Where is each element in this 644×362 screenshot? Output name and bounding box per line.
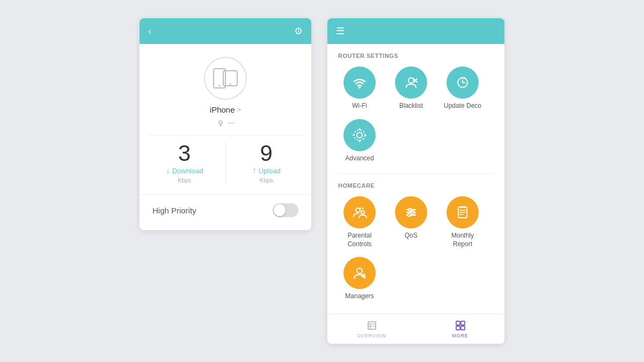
speed-divider <box>225 142 226 183</box>
report-icon <box>455 204 471 220</box>
monthly-report-label: Monthly Report <box>441 232 484 248</box>
device-name: iPhone <box>210 105 235 114</box>
svg-rect-35 <box>368 322 376 329</box>
device-name-row[interactable]: iPhone > <box>210 105 241 114</box>
svg-rect-30 <box>463 206 465 208</box>
more-nav-label: MORE <box>452 333 468 338</box>
update-deco-icon-circle <box>447 67 479 99</box>
svg-rect-40 <box>461 321 465 325</box>
blacklist-label: Blacklist <box>399 102 423 110</box>
homecare-section-title: HOMECARE <box>327 174 504 194</box>
left-panel: ‹ ⚙ iPhone > <box>140 18 311 230</box>
qos-label: QoS <box>405 232 418 240</box>
svg-rect-42 <box>461 326 465 330</box>
settings-icon[interactable]: ⚙ <box>294 25 303 37</box>
overview-nav-label: OVERVIEW <box>357 333 386 338</box>
app-container: ‹ ⚙ iPhone > <box>140 18 504 344</box>
svg-point-6 <box>358 86 361 88</box>
advanced-icon <box>352 127 368 143</box>
svg-point-1 <box>219 85 221 87</box>
svg-point-12 <box>354 130 365 141</box>
svg-point-23 <box>412 211 414 214</box>
managers-label: Managers <box>345 292 374 301</box>
upload-label-row: ↑ Upload <box>252 166 281 175</box>
priority-label: High Priority <box>152 206 196 215</box>
bottom-nav: OVERVIEW MORE <box>327 314 504 344</box>
upload-value: 9 <box>260 142 273 165</box>
overview-nav-icon <box>366 320 378 331</box>
priority-section: High Priority <box>140 194 311 230</box>
more-nav-item[interactable]: MORE <box>416 314 504 344</box>
managers-item[interactable]: Managers <box>336 255 383 303</box>
update-icon <box>455 75 471 91</box>
download-arrow-icon: ↓ <box>166 166 170 175</box>
download-unit: Kbps <box>178 177 191 183</box>
speed-section: 3 ↓ Download Kbps 9 ↑ Upload Kbps <box>148 135 303 194</box>
hamburger-icon[interactable]: ☰ <box>336 25 345 37</box>
advanced-item[interactable]: Advanced <box>336 117 383 165</box>
parental-icon-circle <box>343 196 376 228</box>
right-panel: ☰ ROUTER SETTINGS Wi-Fi <box>327 18 504 344</box>
qos-icon <box>403 204 419 220</box>
svg-point-24 <box>408 214 411 217</box>
blacklist-icon-circle <box>395 67 427 99</box>
wifi-icon <box>352 75 368 91</box>
svg-point-11 <box>357 132 362 138</box>
managers-icon-circle <box>343 257 376 289</box>
device-id-row: --- <box>217 119 235 127</box>
blacklist-item[interactable]: Blacklist <box>387 64 435 113</box>
advanced-label: Advanced <box>345 154 374 163</box>
qos-item[interactable]: QoS <box>387 194 435 250</box>
router-icon-grid: Wi-Fi Blacklist <box>327 64 504 171</box>
blacklist-icon <box>403 75 419 91</box>
report-icon-circle <box>447 196 479 228</box>
device-section: iPhone > --- <box>140 44 311 135</box>
parental-icon <box>352 204 368 220</box>
advanced-icon-circle <box>343 119 376 151</box>
managers-icon <box>352 265 368 281</box>
device-icon <box>211 67 239 90</box>
svg-point-17 <box>356 208 360 212</box>
device-avatar <box>204 57 247 100</box>
overview-nav-item[interactable]: OVERVIEW <box>327 314 416 344</box>
priority-toggle[interactable] <box>273 203 298 217</box>
parental-controls-label: Parental Controls <box>338 232 381 248</box>
download-block: 3 ↓ Download Kbps <box>148 142 221 183</box>
left-header: ‹ ⚙ <box>140 18 311 44</box>
download-label: Download <box>172 167 203 175</box>
svg-rect-39 <box>456 321 460 325</box>
wifi-icon-circle <box>343 67 376 99</box>
download-label-row: ↓ Download <box>166 166 203 175</box>
svg-point-22 <box>409 209 412 211</box>
wifi-label: Wi-Fi <box>352 102 367 110</box>
qos-icon-circle <box>395 196 427 228</box>
monthly-report-item[interactable]: Monthly Report <box>439 194 486 250</box>
svg-point-7 <box>408 78 414 83</box>
device-id: --- <box>228 119 235 127</box>
upload-label: Upload <box>259 167 281 175</box>
svg-rect-41 <box>456 326 460 330</box>
upload-block: 9 ↑ Upload Kbps <box>230 142 303 183</box>
upload-arrow-icon: ↑ <box>252 166 257 175</box>
svg-point-18 <box>361 211 364 214</box>
chevron-icon: > <box>237 106 241 114</box>
wifi-item[interactable]: Wi-Fi <box>336 64 383 113</box>
update-deco-label: Update Deco <box>444 102 481 110</box>
homecare-icon-grid: Parental Controls QoS <box>327 194 504 309</box>
router-section-title: ROUTER SETTINGS <box>327 44 504 64</box>
svg-point-31 <box>357 268 362 274</box>
more-nav-icon <box>455 320 466 331</box>
right-header: ☰ <box>327 18 504 44</box>
download-value: 3 <box>178 142 191 165</box>
svg-point-3 <box>230 84 231 85</box>
update-deco-item[interactable]: Update Deco <box>439 64 486 113</box>
svg-point-4 <box>219 121 222 124</box>
back-button[interactable]: ‹ <box>148 26 151 37</box>
upload-unit: Kbps <box>260 177 273 183</box>
location-icon <box>217 119 224 127</box>
svg-rect-29 <box>460 206 462 208</box>
parental-controls-item[interactable]: Parental Controls <box>336 194 383 250</box>
